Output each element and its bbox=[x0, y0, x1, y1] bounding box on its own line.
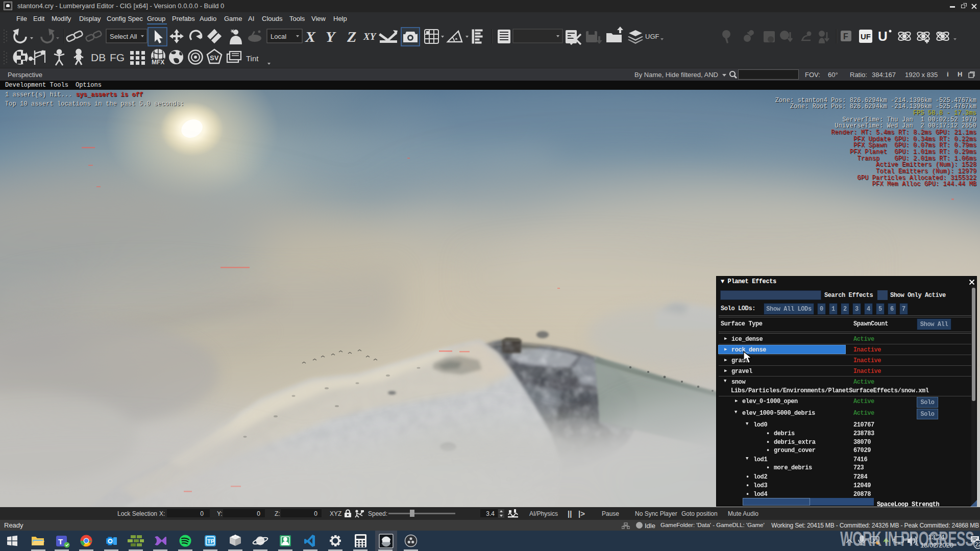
svg-text:U: U bbox=[878, 29, 888, 44]
svg-text:MFX: MFX bbox=[152, 59, 164, 66]
svg-text:Select All: Select All bbox=[110, 33, 137, 40]
svg-text:XY: XY bbox=[363, 31, 377, 42]
svg-text:DB: DB bbox=[91, 52, 106, 63]
svg-text:X: X bbox=[305, 28, 316, 45]
svg-text:SV: SV bbox=[210, 54, 219, 62]
svg-text:TP: TP bbox=[207, 538, 214, 544]
svg-text:Tint: Tint bbox=[246, 54, 259, 63]
svg-text:22: 22 bbox=[975, 541, 980, 547]
svg-text:FG: FG bbox=[110, 52, 125, 63]
svg-text:Local: Local bbox=[271, 33, 286, 40]
svg-text:Z: Z bbox=[347, 28, 356, 45]
svg-text:UGF: UGF bbox=[645, 33, 659, 40]
svg-text:T: T bbox=[58, 537, 63, 546]
svg-text:UF: UF bbox=[861, 32, 871, 41]
svg-text:F: F bbox=[843, 32, 848, 41]
svg-text:Y: Y bbox=[326, 28, 336, 45]
